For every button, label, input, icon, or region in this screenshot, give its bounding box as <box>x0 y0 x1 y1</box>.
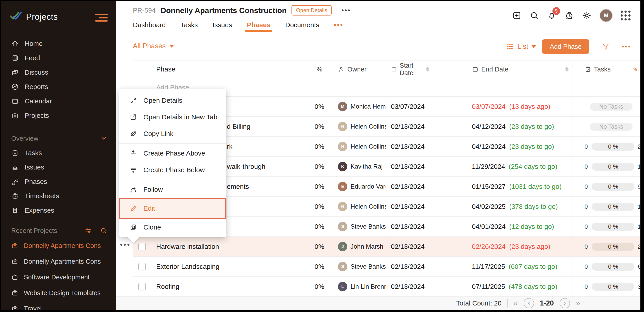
phase-name[interactable]: Hardware installation <box>151 237 305 256</box>
sidebar-item-timesheets[interactable]: Timesheets <box>1 189 116 203</box>
briefcase-icon <box>11 242 18 249</box>
owner-cell: JJohn Marsh <box>334 237 386 256</box>
days-remaining: (607 days to go) <box>509 263 558 270</box>
recent-project-item[interactable]: Website Design Templates <box>1 285 116 301</box>
open-tasks-count: 0 <box>584 283 588 290</box>
sidebar-item-expenses[interactable]: Expenses <box>1 203 116 218</box>
sidebar-item-tasks[interactable]: Tasks <box>1 146 116 160</box>
project-more-icon[interactable] <box>342 10 350 11</box>
next-page-icon[interactable]: › <box>560 298 570 308</box>
tab-issues[interactable]: Issues <box>212 21 232 29</box>
sidebar-item-reports[interactable]: Reports <box>1 80 116 94</box>
days-remaining: (23 days to go) <box>509 143 554 150</box>
prev-page-icon[interactable]: ‹ <box>524 298 534 308</box>
sidebar-item-label: Timesheets <box>25 192 59 200</box>
row-checkbox[interactable] <box>138 283 146 290</box>
app-grid-icon[interactable] <box>621 11 630 21</box>
search-projects-icon[interactable] <box>100 227 107 234</box>
search-icon[interactable] <box>530 11 539 20</box>
menu-item-create-phase-below[interactable]: Create Phase Below <box>119 162 226 178</box>
sidebar-item-phases[interactable]: Phases <box>1 175 116 189</box>
column-header-start-date[interactable]: Start Date <box>386 60 433 78</box>
open-tasks-count: 0 <box>584 263 588 270</box>
menu-item-clone[interactable]: Clone <box>119 219 226 236</box>
add-phase-button[interactable]: Add Phase <box>542 39 589 54</box>
phases-icon <box>11 178 19 186</box>
table-row[interactable]: Roofing 0% LLin Lin Brenn 02/13/2024 07/… <box>133 277 640 297</box>
filter-funnel-icon[interactable] <box>601 42 610 51</box>
timer-icon[interactable] <box>564 11 574 20</box>
row-checkbox[interactable] <box>138 243 146 250</box>
menu-item-open-details[interactable]: Open Details <box>119 92 226 109</box>
user-avatar[interactable]: M <box>600 9 612 22</box>
row-checkbox[interactable] <box>138 263 146 270</box>
view-selector[interactable]: List <box>506 43 536 51</box>
recent-project-item[interactable]: Donnelly Apartments Cons <box>1 254 116 269</box>
total-tasks-count: 28 <box>638 143 640 150</box>
no-tasks-badge: No Tasks <box>590 103 632 111</box>
toolbar-more-icon[interactable] <box>622 46 630 47</box>
open-tasks-count: 0 <box>584 203 588 210</box>
page-range: 1-20 <box>540 299 554 307</box>
project-tabs: Dashboard Tasks Issues Phases Documents <box>133 18 342 32</box>
sidebar-item-home[interactable]: Home <box>1 36 116 51</box>
sidebar-collapse-icon[interactable] <box>95 14 108 22</box>
end-date: 03/07/2024 <box>472 103 506 110</box>
quick-add-icon[interactable] <box>512 11 522 20</box>
first-page-icon[interactable]: « <box>514 299 518 307</box>
header-label: Owner <box>347 66 366 73</box>
sort-icon[interactable] <box>565 67 568 72</box>
phase-filter-dropdown[interactable]: All Phases <box>133 42 174 50</box>
phase-name[interactable]: Exterior Landscaping <box>151 257 305 276</box>
end-date: 04/01/2024 <box>472 223 506 230</box>
clone-icon <box>130 223 137 231</box>
sidebar-item-discuss[interactable]: Discuss <box>1 65 116 80</box>
table-row[interactable]: Exterior Landscaping 0% SSteve Banks 02/… <box>133 257 640 277</box>
open-details-icon <box>130 97 137 104</box>
tabs-more-icon[interactable] <box>334 24 342 26</box>
recent-project-item[interactable]: Travel <box>1 301 116 310</box>
sidebar-item-feed[interactable]: Feed <box>1 51 116 65</box>
sidebar-section-overview[interactable]: Overview <box>1 131 116 146</box>
menu-item-edit[interactable]: Edit <box>119 198 226 219</box>
row-more-icon[interactable] <box>120 244 130 246</box>
filter-sliders-icon[interactable] <box>84 227 92 234</box>
column-header-end-date[interactable]: End Date <box>433 60 572 78</box>
days-remaining: (378 days to go) <box>509 203 558 210</box>
phase-percent: 0% <box>305 137 334 157</box>
sidebar-item-projects[interactable]: Projects <box>1 108 116 123</box>
owner-cell: HHelen Collins <box>334 117 386 136</box>
avatar: H <box>338 202 347 211</box>
avatar: L <box>338 282 347 291</box>
header-label: Tasks <box>594 66 610 73</box>
menu-item-follow[interactable]: Follow <box>119 181 226 198</box>
column-header-phase[interactable]: Phase <box>151 60 305 78</box>
tab-tasks[interactable]: Tasks <box>181 21 198 29</box>
column-header-tasks[interactable]: Tasks <box>572 60 633 78</box>
phase-name[interactable]: Roofing <box>151 277 305 296</box>
edit-pencil-icon <box>130 205 137 212</box>
menu-item-open-details-new-tab[interactable]: Open Details in New Tab <box>119 109 226 125</box>
tab-documents[interactable]: Documents <box>285 21 319 29</box>
phase-percent: 0% <box>305 257 334 276</box>
notifications-icon[interactable]: 9 <box>547 11 556 20</box>
sidebar-item-label: Home <box>25 40 43 47</box>
table-row-highlighted[interactable]: Hardware installation 0% JJohn Marsh 02/… <box>133 237 640 257</box>
menu-item-create-phase-above[interactable]: Create Phase Above <box>119 145 226 162</box>
tab-phases[interactable]: Phases <box>247 21 270 29</box>
column-header-owner[interactable]: Owner <box>334 60 386 78</box>
menu-item-copy-link[interactable]: Copy Link <box>119 125 226 142</box>
recent-project-item[interactable]: Donnelly Apartments Cons <box>1 238 116 254</box>
settings-gear-icon[interactable] <box>582 11 592 20</box>
recent-project-item[interactable]: Software Development <box>1 269 116 285</box>
avatar: S <box>338 262 347 271</box>
tasks-progress-bar: 0 % <box>592 223 634 231</box>
sort-icon[interactable] <box>426 67 430 72</box>
sidebar-item-calendar[interactable]: Calendar <box>1 94 116 108</box>
sidebar-item-issues[interactable]: Issues <box>1 160 116 175</box>
add-column-cell[interactable] <box>633 60 640 78</box>
tab-dashboard[interactable]: Dashboard <box>133 21 166 29</box>
column-header-percent[interactable]: % <box>305 60 334 78</box>
last-page-icon[interactable]: » <box>576 299 580 307</box>
open-details-button[interactable]: Open Details <box>292 5 332 16</box>
